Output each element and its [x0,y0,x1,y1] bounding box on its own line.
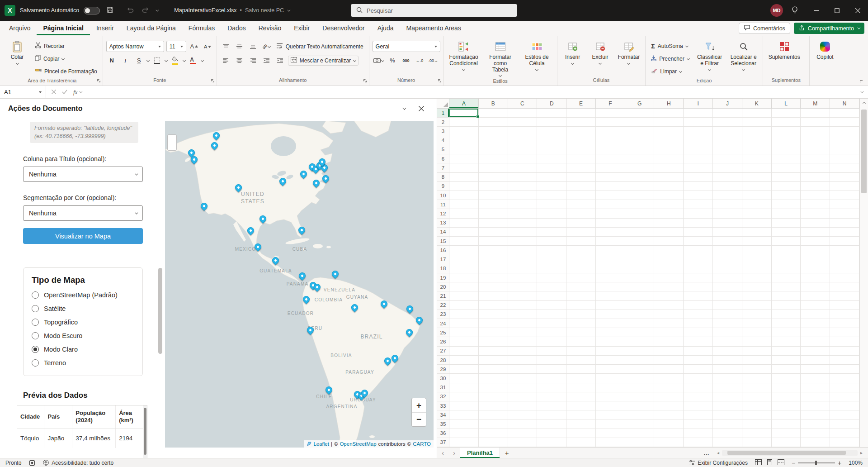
cell[interactable] [596,145,625,154]
cell[interactable] [449,209,479,218]
quick-access-chevron-icon[interactable] [156,8,159,11]
cell[interactable] [830,282,859,291]
avatar[interactable]: MD [770,4,783,17]
cell[interactable] [830,401,859,410]
vertical-scrollbar-thumb[interactable] [861,110,867,193]
cell[interactable] [625,191,655,200]
map-type-option[interactable]: OpenStreetMap (Padrão) [32,291,134,299]
cell[interactable] [449,356,479,365]
radio-button[interactable] [32,332,39,339]
cell[interactable] [508,264,538,273]
cell[interactable] [596,200,625,209]
cell[interactable] [449,410,479,419]
cell[interactable] [654,374,684,383]
autosave-toggle[interactable] [84,7,100,14]
cell[interactable] [596,401,625,410]
row-header-35[interactable]: 35 [437,419,449,429]
cell[interactable] [449,438,479,447]
cell[interactable] [566,438,596,447]
cell[interactable] [625,365,655,374]
cell[interactable] [713,347,742,356]
cell[interactable] [742,365,772,374]
cell[interactable] [801,273,830,282]
cell[interactable] [537,264,566,273]
cell[interactable] [713,291,742,300]
cell[interactable] [625,347,655,356]
horizontal-scrollbar[interactable] [722,450,858,456]
row-header-26[interactable]: 26 [437,337,449,346]
cell[interactable] [654,163,684,172]
cell[interactable] [654,392,684,401]
cell[interactable] [713,228,742,237]
cell[interactable] [449,429,479,438]
cell[interactable] [742,228,772,237]
cell[interactable] [801,365,830,374]
cell[interactable] [772,264,801,273]
cell[interactable] [449,191,479,200]
row-header-34[interactable]: 34 [437,410,449,419]
ribbon-tab-arquivo[interactable]: Arquivo [3,21,37,35]
cell[interactable] [654,347,684,356]
cell[interactable] [625,136,655,145]
cell[interactable] [596,301,625,310]
cell[interactable] [508,127,538,136]
number-dialog-launcher-icon[interactable] [438,78,442,84]
cell[interactable] [479,365,508,374]
display-settings-button[interactable]: Exibir Configurações [689,460,748,466]
cell[interactable] [625,401,655,410]
decrease-decimal-button[interactable]: .00→ [428,55,439,66]
cell[interactable] [479,264,508,273]
pane-scrollbar[interactable] [158,119,163,458]
row-header-11[interactable]: 11 [437,200,449,209]
cell[interactable] [830,209,859,218]
row-header-5[interactable]: 5 [437,145,449,154]
bold-button[interactable]: N [106,55,118,66]
cell[interactable] [625,154,655,163]
cell[interactable] [772,136,801,145]
cell[interactable] [596,429,625,438]
cell[interactable] [713,237,742,246]
cell[interactable] [508,237,538,246]
cell[interactable] [479,401,508,410]
cell[interactable] [713,191,742,200]
cell[interactable] [742,282,772,291]
zoom-in-button[interactable]: + [412,398,426,412]
cell[interactable] [625,392,655,401]
cell[interactable] [537,438,566,447]
row-header-10[interactable]: 10 [437,191,449,200]
cell[interactable] [772,374,801,383]
cell[interactable] [684,237,713,246]
cell[interactable] [479,410,508,419]
cell[interactable] [508,255,538,264]
cell[interactable] [625,383,655,392]
cell[interactable] [449,374,479,383]
radio-button[interactable] [32,291,39,299]
cell[interactable] [596,282,625,291]
cut-button[interactable]: Recortar [33,40,99,52]
cell[interactable] [508,136,538,145]
cell[interactable] [742,291,772,300]
row-header-9[interactable]: 9 [437,182,449,191]
cell[interactable] [801,200,830,209]
cell[interactable] [742,246,772,255]
cell[interactable] [772,383,801,392]
cell[interactable] [537,429,566,438]
cell[interactable] [742,163,772,172]
cell[interactable] [566,182,596,191]
cell[interactable] [508,310,538,319]
cell[interactable] [801,419,830,429]
cell[interactable] [742,154,772,163]
cell[interactable] [449,182,479,191]
ribbon-tab-revisão[interactable]: Revisão [252,21,288,35]
ribbon-tab-ajuda[interactable]: Ajuda [371,21,400,35]
cell[interactable] [625,438,655,447]
cell[interactable] [684,127,713,136]
currency-format-button[interactable] [373,55,385,66]
cell[interactable] [596,209,625,218]
cell[interactable] [772,255,801,264]
font-dialog-launcher-icon[interactable] [211,78,215,84]
cell[interactable] [742,273,772,282]
cell[interactable] [449,337,479,346]
cell[interactable] [508,365,538,374]
cell[interactable] [654,173,684,182]
